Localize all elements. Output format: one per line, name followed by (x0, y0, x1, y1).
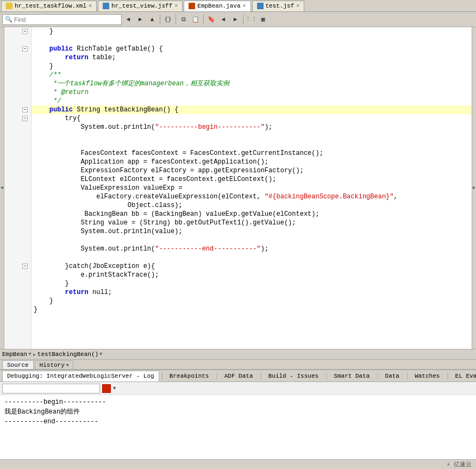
debug-tab-data[interactable]: Data (380, 371, 404, 382)
gutter-11: − (4, 114, 31, 123)
up-btn[interactable]: ▲ (147, 14, 158, 25)
code-line: return null; (32, 288, 472, 297)
breadcrumb-method-dropdown-icon[interactable]: ▼ (99, 352, 102, 357)
columns-btn[interactable]: ⋮⋮ (246, 14, 256, 25)
fold-btn[interactable]: − (22, 46, 28, 52)
fold-btn[interactable]: − (22, 29, 28, 34)
back-btn[interactable]: ◄ (123, 14, 134, 25)
debug-tab-breakpoints[interactable]: Breakpoints (165, 371, 214, 382)
gutter-4 (4, 53, 31, 62)
breadcrumb-method[interactable]: testBackingBean() ▼ (37, 351, 103, 358)
forward-btn[interactable]: ► (135, 14, 146, 25)
gutter-15 (4, 149, 31, 158)
tab-label: hr_test_taskflow.xml (15, 3, 86, 9)
fold-btn[interactable]: − (22, 107, 28, 112)
debug-toolbar: ▼ (0, 382, 476, 395)
data-label: Data (385, 373, 399, 379)
close-icon[interactable]: × (243, 3, 246, 9)
code-line: try{ (32, 114, 472, 123)
search-box[interactable]: 🔍 (2, 14, 122, 25)
code-line: } (32, 62, 472, 71)
code-line (32, 36, 472, 45)
tab-history[interactable]: History ◄ (35, 360, 74, 369)
breadcrumb-class[interactable]: EmpBean ▼ (2, 351, 32, 358)
debug-clear-dropdown-icon[interactable]: ▼ (113, 386, 116, 391)
code-line: elFactory.createValueExpression(elContex… (32, 192, 472, 201)
code-line: FacesContext facesContext = FacesContext… (32, 149, 472, 158)
gutter-8 (4, 88, 31, 97)
search-input[interactable] (14, 16, 117, 23)
debug-tab-el[interactable]: EL Evaluator (450, 371, 476, 382)
copy-btn[interactable]: ⧉ (178, 14, 189, 25)
bookmark-btn[interactable]: 🔖 (206, 14, 217, 25)
fold-btn[interactable]: − (22, 116, 28, 121)
debug-tab-watches[interactable]: Watches (410, 371, 444, 382)
code-line: } (32, 279, 472, 288)
debug-log-label: Debugging: IntegratedWebLogicServer - Lo… (7, 373, 154, 379)
close-icon[interactable]: × (296, 3, 299, 9)
fold-btn[interactable]: − (22, 264, 28, 269)
breadcrumb-separator: ▸ (33, 351, 36, 359)
debug-tab-log[interactable]: Debugging: IntegratedWebLogicServer - Lo… (2, 371, 159, 382)
debug-tabs-bar: Debugging: IntegratedWebLogicServer - Lo… (0, 370, 476, 382)
java-file-icon (189, 3, 195, 9)
code-line: Application app = facesContext.getApplic… (32, 158, 472, 166)
grid-btn[interactable]: ▦ (258, 14, 268, 25)
gutter-30 (4, 279, 31, 288)
code-line: ExpressionFactory elFactory = app.getExp… (32, 166, 472, 175)
tab-test-jsf[interactable]: test.jsf × (252, 1, 305, 11)
gutter-2 (4, 36, 31, 45)
paste-btn[interactable]: 📋 (190, 14, 201, 25)
debug-clear-button[interactable] (102, 384, 111, 393)
left-panel-handle[interactable]: ◄ (0, 27, 4, 349)
code-line (32, 132, 472, 140)
code-line: }catch(JboException e){ (32, 262, 472, 271)
debug-tab-build[interactable]: Build - Issues (264, 371, 323, 382)
debug-output: ----------begin----------- 我是BackingBean… (0, 395, 476, 459)
editor-toolbar: 🔍 ◄ ► ▲ {} ⧉ 📋 🔖 ◄ ► ⋮⋮ ▦ (0, 12, 476, 27)
tab-hr-taskflow[interactable]: hr_test_taskflow.xml × (1, 1, 97, 11)
close-icon[interactable]: × (89, 3, 92, 9)
close-icon[interactable]: × (174, 3, 178, 9)
jsff-file-icon (103, 3, 109, 9)
code-line: String value = (String) bb.getOutPutText… (32, 218, 472, 227)
code-editor[interactable]: } public RichTable getTable() { return t… (32, 27, 472, 349)
gutter-5 (4, 62, 31, 71)
prev-bookmark-btn[interactable]: ◄ (218, 14, 229, 25)
debug-search-box[interactable] (2, 384, 100, 393)
debug-sep: | (375, 372, 379, 380)
breadcrumb-dropdown-icon[interactable]: ▼ (28, 352, 31, 357)
code-line: e.printStackTrace(); (32, 271, 472, 279)
tab-hr-view[interactable]: hr_test_view.jsff × (98, 1, 183, 11)
gutter-3: − (4, 45, 31, 53)
code-line-highlighted: public String testBackingBean() { (32, 105, 472, 114)
code-line: * @return (32, 88, 472, 97)
debug-tab-smart[interactable]: Smart Data (329, 371, 374, 382)
gutter-1: − (4, 27, 31, 36)
debug-search-input[interactable] (5, 385, 92, 392)
gutter-20 (4, 192, 31, 201)
el-evaluator-label: EL Evaluator (455, 373, 476, 379)
tab-empbean[interactable]: EmpBean.java × (184, 1, 250, 11)
code-line: *一个taskflow有多个绑定的managerbean，相互获取实例 (32, 79, 472, 88)
watches-label: Watches (415, 373, 440, 379)
gutter-24 (4, 227, 31, 236)
tab-label: EmpBean.java (197, 3, 240, 9)
debug-tab-adf[interactable]: ADF Data (220, 371, 258, 382)
gutter-29 (4, 271, 31, 279)
tab-label: test.jsf (266, 3, 295, 9)
tab-label: hr_test_view.jsff (111, 3, 172, 9)
next-bookmark-btn[interactable]: ► (230, 14, 241, 25)
right-panel-handle[interactable]: ► (472, 27, 476, 349)
debug-sep: | (259, 372, 263, 380)
braces-btn[interactable]: {} (162, 14, 173, 25)
code-line: return table; (32, 53, 472, 62)
gutter-6 (4, 71, 31, 79)
gutter-33 (4, 305, 31, 314)
xml-file-icon (6, 3, 12, 9)
gutter-17 (4, 166, 31, 175)
tab-source[interactable]: Source (2, 360, 34, 369)
code-line: System.out.println("-----------end------… (32, 245, 472, 253)
debug-output-line-1: ----------begin----------- (4, 397, 472, 407)
debug-output-line-2: 我是BackingBean的组件 (4, 407, 472, 417)
